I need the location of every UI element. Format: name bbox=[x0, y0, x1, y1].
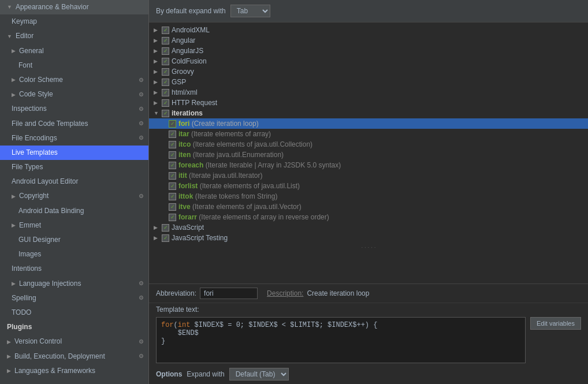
sidebar-item-file-encodings[interactable]: File Encodings ⚙ bbox=[0, 131, 148, 146]
row-label: foreach (Iterate Iterable | Array in J2S… bbox=[178, 161, 341, 169]
sidebar-item-intentions[interactable]: Intentions bbox=[0, 262, 148, 276]
sidebar-item-label: GUI Designer bbox=[18, 234, 61, 245]
sidebar-item-spelling[interactable]: Spelling ⚙ bbox=[0, 291, 148, 305]
sidebar-item-editor[interactable]: ▼ Editor bbox=[0, 29, 148, 43]
sidebar-item-label: Version Control bbox=[14, 336, 62, 347]
sidebar-item-label: Language Injections bbox=[19, 278, 81, 289]
checkbox-forarr[interactable]: ✓ bbox=[169, 214, 176, 221]
checkbox-ittok[interactable]: ✓ bbox=[169, 193, 176, 200]
expand-select[interactable]: Tab Enter Space bbox=[230, 5, 270, 17]
row-label: itco (Iterate elements of java.util.Coll… bbox=[178, 140, 312, 148]
sidebar-item-build-execution[interactable]: ▶ Build, Execution, Deployment ⚙ bbox=[0, 349, 148, 364]
sidebar-item-plugins[interactable]: Plugins bbox=[0, 320, 148, 334]
checkbox-itve[interactable]: ✓ bbox=[169, 203, 176, 211]
checkbox-javascript-testing[interactable]: ✓ bbox=[162, 234, 169, 242]
checkbox-gsp[interactable]: ✓ bbox=[162, 79, 169, 86]
tree-row-javascript-testing[interactable]: ▶ ✓ JavaScript Testing bbox=[149, 233, 588, 243]
sidebar-item-emmet[interactable]: ▶ Emmet bbox=[0, 218, 148, 233]
tree-row-forlist[interactable]: ▶ ✓ forlist (Iterate elements of java.ut… bbox=[149, 181, 588, 191]
tree-row-javascript[interactable]: ▶ ✓ JavaScript bbox=[149, 222, 588, 233]
tree-row-coldfusion[interactable]: ▶ ✓ ColdFusion bbox=[149, 56, 588, 66]
tree-row-iterations[interactable]: ▼ ✓ iterations bbox=[149, 108, 588, 118]
checkbox-coldfusion[interactable]: ✓ bbox=[162, 58, 169, 65]
tree-row-angular[interactable]: ▶ ✓ Angular bbox=[149, 35, 588, 46]
gear-icon: ⚙ bbox=[139, 119, 144, 128]
tree-row-itco[interactable]: ▶ ✓ itco (Iterate elements of java.util.… bbox=[149, 139, 588, 150]
row-label: Angular bbox=[172, 36, 195, 44]
sidebar-item-label: Appearance & Behavior bbox=[16, 2, 89, 13]
sidebar-item-file-code-templates[interactable]: File and Code Templates ⚙ bbox=[0, 117, 148, 131]
arrow-icon: ▶ bbox=[7, 367, 11, 375]
sidebar-item-gui-designer[interactable]: GUI Designer bbox=[0, 233, 148, 247]
sidebar-item-general[interactable]: ▶ General bbox=[0, 44, 148, 58]
tree-row-gsp[interactable]: ▶ ✓ GSP bbox=[149, 77, 588, 87]
sidebar-item-code-style[interactable]: ▶ Code Style ⚙ bbox=[0, 87, 148, 102]
sidebar-item-android-layout-editor[interactable]: Android Layout Editor bbox=[0, 174, 148, 189]
sidebar-item-version-control[interactable]: ▶ Version Control ⚙ bbox=[0, 334, 148, 349]
checkbox-groovy[interactable]: ✓ bbox=[162, 68, 169, 76]
checkbox-angularjs[interactable]: ✓ bbox=[162, 47, 169, 55]
sidebar-item-images[interactable]: Images bbox=[0, 247, 148, 262]
checkbox-iterations[interactable]: ✓ bbox=[162, 110, 169, 117]
template-code-box[interactable]: for(int $INDEX$ = 0; $INDEX$ < $LIMIT$; … bbox=[156, 317, 526, 363]
tree-row-itve[interactable]: ▶ ✓ itve (Iterate elements of java.util.… bbox=[149, 202, 588, 212]
checkbox-javascript[interactable]: ✓ bbox=[162, 224, 169, 232]
sidebar-item-inspections[interactable]: Inspections ⚙ bbox=[0, 102, 148, 116]
sidebar-item-language-injections[interactable]: ▶ Language Injections ⚙ bbox=[0, 277, 148, 291]
abbreviation-input[interactable] bbox=[200, 288, 258, 299]
checkbox-forlist[interactable]: ✓ bbox=[169, 182, 176, 190]
options-panel: Options Expand with Default (Tab) Tab En… bbox=[149, 366, 588, 384]
template-code-area: for(int $INDEX$ = 0; $INDEX$ < $LIMIT$; … bbox=[149, 315, 588, 366]
description-label[interactable]: Description: bbox=[267, 289, 303, 297]
topbar: By default expand with Tab Enter Space bbox=[149, 0, 588, 23]
sidebar-item-color-scheme[interactable]: ▶ Color Scheme ⚙ bbox=[0, 73, 148, 87]
checkbox-itco[interactable]: ✓ bbox=[169, 141, 176, 148]
checkbox-itar[interactable]: ✓ bbox=[169, 131, 176, 138]
sidebar-item-label: Live Templates bbox=[12, 147, 58, 158]
sidebar-item-label: Intentions bbox=[12, 263, 42, 274]
tree-row-forarr[interactable]: ▶ ✓ forarr (Iterate elements of array in… bbox=[149, 212, 588, 222]
tree-row-itar[interactable]: ▶ ✓ itar (Iterate elements of array) bbox=[149, 129, 588, 139]
tree-row-iten[interactable]: ▶ ✓ iten (Iterate java.util.Enumeration) bbox=[149, 150, 588, 160]
sidebar-item-live-templates[interactable]: Live Templates bbox=[0, 146, 148, 160]
sidebar-item-font[interactable]: Font bbox=[0, 58, 148, 73]
tree-row-fori[interactable]: ▶ ✓ fori (Create iteration loop) bbox=[149, 118, 588, 129]
tree-row-itit[interactable]: ▶ ✓ itit (Iterate java.util.Iterator) bbox=[149, 170, 588, 181]
tree-row-androidxml[interactable]: ▶ ✓ AndroidXML bbox=[149, 25, 588, 35]
template-tree: ▶ ✓ AndroidXML ▶ ✓ Angular ▶ ✓ AngularJS… bbox=[149, 23, 588, 284]
sidebar-item-label: File and Code Templates bbox=[12, 118, 88, 129]
checkbox-iten[interactable]: ✓ bbox=[169, 151, 176, 159]
expand-with-select[interactable]: Default (Tab) Tab Enter Space bbox=[229, 368, 289, 381]
tree-row-htmlxml[interactable]: ▶ ✓ html/xml bbox=[149, 87, 588, 98]
checkbox-androidxml[interactable]: ✓ bbox=[162, 27, 169, 34]
resize-handle[interactable]: · · · · · bbox=[149, 243, 588, 252]
gear-icon: ⚙ bbox=[139, 105, 144, 114]
template-text-label: Template text: bbox=[149, 303, 588, 315]
tree-row-foreach[interactable]: ▶ ✓ foreach (Iterate Iterable | Array in… bbox=[149, 160, 588, 170]
edit-variables-button[interactable]: Edit variables bbox=[530, 317, 581, 330]
sidebar-item-file-types[interactable]: File Types bbox=[0, 160, 148, 174]
checkbox-http-request[interactable]: ✓ bbox=[162, 99, 169, 107]
expand-with-label: Expand with bbox=[187, 370, 224, 378]
tree-row-angularjs[interactable]: ▶ ✓ AngularJS bbox=[149, 46, 588, 56]
checkbox-itit[interactable]: ✓ bbox=[169, 172, 176, 180]
sidebar-item-todo[interactable]: TODO bbox=[0, 305, 148, 320]
checkbox-foreach[interactable]: ✓ bbox=[169, 162, 176, 169]
arrow-icon: ▶ bbox=[154, 38, 159, 43]
tree-row-groovy[interactable]: ▶ ✓ Groovy bbox=[149, 66, 588, 77]
checkbox-angular[interactable]: ✓ bbox=[162, 37, 169, 44]
checkbox-htmlxml[interactable]: ✓ bbox=[162, 89, 169, 96]
sidebar-item-android-data-binding[interactable]: Android Data Binding bbox=[0, 204, 148, 218]
row-label: iten (Iterate java.util.Enumeration) bbox=[178, 151, 284, 159]
tree-row-http-request[interactable]: ▶ ✓ HTTP Request bbox=[149, 98, 588, 108]
tree-row-ittok[interactable]: ▶ ✓ ittok (Iterate tokens from String) bbox=[149, 191, 588, 202]
checkbox-fori[interactable]: ✓ bbox=[169, 120, 176, 128]
sidebar-item-copyright[interactable]: ▶ Copyright ⚙ bbox=[0, 189, 148, 203]
sidebar-item-label: File Types bbox=[12, 162, 43, 173]
sidebar-item-appearance[interactable]: ▼ Appearance & Behavior bbox=[0, 0, 148, 14]
sidebar-item-label: Images bbox=[18, 249, 41, 260]
arrow-icon: ▶ bbox=[7, 352, 11, 360]
sidebar-item-languages-frameworks[interactable]: ▶ Languages & Frameworks bbox=[0, 364, 148, 378]
gear-icon: ⚙ bbox=[139, 133, 144, 143]
sidebar-item-keymap[interactable]: Keymap bbox=[0, 14, 148, 29]
